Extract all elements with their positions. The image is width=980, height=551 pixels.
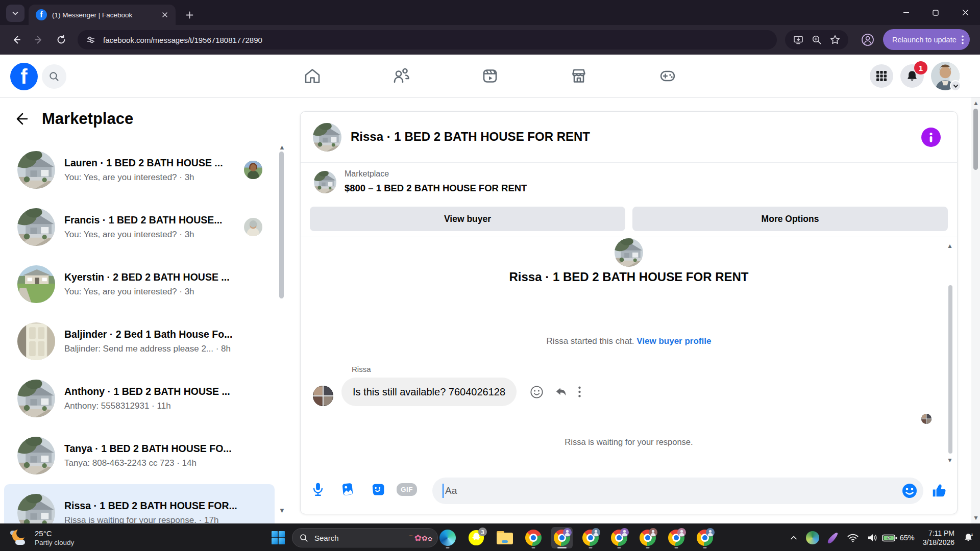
start-button[interactable] — [270, 529, 287, 546]
conversation-list-item[interactable]: Tanya · 1 BED 2 BATH HOUSE FO... Tanya: … — [4, 427, 275, 484]
buyer-mini-avatar — [244, 218, 262, 236]
message-input[interactable]: Aa — [432, 478, 923, 504]
conversation-info-button[interactable] — [921, 128, 941, 147]
chat-scrollbar-thumb[interactable] — [948, 285, 952, 454]
conversation-list-item[interactable]: Kyerstin · 2 BED 2 BATH HOUSE ... You: Y… — [4, 256, 275, 313]
site-info-icon[interactable] — [86, 35, 96, 45]
profile-avatar[interactable] — [931, 62, 960, 90]
install-app-icon[interactable] — [793, 34, 804, 45]
message-bubble[interactable]: Is this still available? 7604026128 — [341, 378, 517, 406]
conversation-preview: You: Yes, are you interested? · 3h — [64, 230, 244, 240]
listing-price-title: $800 – 1 BED 2 BATH HOUSE FOR RENT — [345, 183, 527, 194]
notifications-button[interactable]: 1 — [900, 64, 924, 88]
relaunch-button[interactable]: Relaunch to update — [883, 29, 970, 50]
more-options-button[interactable]: More Options — [632, 207, 948, 231]
sender-avatar[interactable] — [313, 386, 333, 406]
reply-icon[interactable] — [554, 385, 568, 399]
taskbar-app-chrome-profile[interactable] — [694, 527, 716, 548]
page-scroll-up-icon[interactable]: ▲ — [973, 99, 979, 107]
tab-title: (1) Messenger | Facebook — [52, 11, 159, 19]
gif-icon[interactable]: GIF — [397, 479, 417, 499]
notification-bell-icon[interactable]: z — [960, 524, 978, 551]
view-buyer-profile-link[interactable]: View buyer profile — [636, 336, 711, 346]
thumbs-up-icon[interactable] — [928, 480, 950, 501]
battery-status[interactable]: 65% — [882, 524, 915, 551]
voice-clip-icon[interactable] — [308, 479, 328, 499]
tray-chevron-up-icon[interactable] — [785, 524, 802, 551]
home-icon — [302, 66, 323, 86]
react-emoji-icon[interactable] — [530, 385, 544, 399]
view-buyer-button[interactable]: View buyer — [310, 207, 625, 231]
page-scrollbar[interactable]: ▲ ▼ — [971, 97, 980, 523]
nav-tab-gaming[interactable] — [639, 62, 696, 90]
composer: GIF Aa — [301, 472, 957, 514]
sidebar-scroll-down-icon[interactable]: ▼ — [279, 507, 285, 514]
nav-tab-marketplace[interactable] — [550, 62, 607, 90]
taskbar-app-chrome-profile[interactable] — [608, 527, 630, 548]
chat-listing-avatar[interactable] — [313, 123, 341, 152]
conversation-name: Rissa · 1 BED 2 BATH HOUSE FOR... — [64, 500, 270, 512]
bookmark-star-icon[interactable] — [829, 34, 841, 45]
download-manager-icon[interactable] — [802, 524, 823, 551]
volume-icon[interactable] — [863, 524, 882, 551]
taskbar-app-file-explorer[interactable] — [494, 527, 516, 548]
back-arrow-icon[interactable] — [13, 111, 29, 127]
reload-button[interactable] — [52, 31, 70, 49]
gif-label: GIF — [397, 483, 417, 496]
taskbar-app-chrome[interactable] — [523, 527, 544, 548]
nav-tab-home[interactable] — [284, 62, 341, 90]
facebook-logo[interactable]: f — [10, 63, 38, 90]
chrome-icon — [582, 530, 599, 546]
taskbar-app-chrome-profile[interactable] — [580, 527, 601, 548]
taskbar-app-snapchat[interactable]: 3 — [465, 527, 487, 548]
browser-menu-kebab-icon[interactable] — [962, 35, 964, 44]
browser-tab[interactable]: f (1) Messenger | Facebook — [29, 5, 176, 25]
address-bar[interactable]: facebook.com/messages/t/1956718081772890 — [78, 30, 777, 49]
conversation-intro-avatar[interactable] — [615, 238, 643, 267]
back-button[interactable] — [7, 31, 26, 49]
message-area: Rissa · 1 BED 2 BATH HOUSE FOR RENT Riss… — [301, 237, 957, 463]
sidebar-scroll-up-icon[interactable]: ▲ — [279, 143, 285, 151]
chat-scroll-up-icon[interactable]: ▲ — [947, 242, 953, 249]
clock-date: 3/18/2026 — [923, 538, 954, 547]
window-minimize-button[interactable] — [891, 0, 921, 25]
facebook-search-button[interactable] — [42, 64, 66, 89]
nav-tab-friends[interactable] — [373, 62, 430, 90]
url-text[interactable]: facebook.com/messages/t/1956718081772890 — [103, 36, 262, 44]
read-receipt-avatar — [921, 414, 932, 424]
new-tab-button[interactable] — [182, 7, 197, 22]
page-scroll-down-icon[interactable]: ▼ — [973, 514, 979, 521]
window-maximize-button[interactable] — [921, 0, 950, 25]
chat-scroll-down-icon[interactable]: ▼ — [947, 457, 953, 464]
conversation-list-item[interactable]: Baljinder · 2 Bed 1 Bath House Fo... Bal… — [4, 313, 275, 370]
forward-button[interactable] — [30, 31, 48, 49]
conversation-list-item[interactable]: Lauren · 1 BED 2 BATH HOUSE ... You: Yes… — [4, 141, 275, 198]
tab-search-button[interactable] — [6, 5, 24, 22]
apps-menu-button[interactable] — [870, 64, 893, 88]
message-more-icon[interactable] — [578, 386, 581, 397]
nav-tab-watch[interactable] — [461, 62, 519, 90]
weather-widget[interactable]: 25°C Partly cloudy — [5, 524, 78, 551]
wifi-icon[interactable] — [843, 524, 863, 551]
chat-title: Rissa · 1 BED 2 BATH HOUSE FOR RENT — [351, 130, 590, 144]
conversation-list-item[interactable]: Anthony · 1 BED 2 BATH HOUSE ... Anthony… — [4, 370, 275, 427]
taskbar-app-chrome-profile[interactable] — [637, 527, 658, 548]
page-scrollbar-thumb[interactable] — [973, 109, 978, 170]
conversation-list-item[interactable]: Francis · 1 BED 2 BATH HOUSE... You: Yes… — [4, 198, 275, 256]
attach-photo-icon[interactable] — [337, 479, 358, 499]
window-close-button[interactable] — [950, 0, 980, 25]
sticker-icon[interactable] — [367, 479, 387, 499]
feather-app-icon[interactable] — [823, 524, 843, 551]
battery-icon — [882, 534, 897, 542]
zoom-icon[interactable] — [811, 34, 822, 45]
taskbar-app-edge[interactable] — [437, 527, 458, 548]
clock[interactable]: 7:11 PM 3/18/2026 — [923, 529, 954, 547]
taskbar-app-chrome-profile[interactable] — [551, 527, 573, 548]
taskbar-app-chrome-profile[interactable] — [666, 527, 687, 548]
emoji-picker-icon[interactable] — [901, 482, 918, 499]
taskbar-search[interactable]: Search ⌒✿✿✿ — [292, 528, 438, 547]
sidebar-scrollbar-thumb[interactable] — [279, 152, 284, 298]
open-app-indicator — [446, 547, 450, 548]
browser-profile-icon[interactable] — [859, 31, 877, 49]
tab-close-icon[interactable] — [159, 9, 170, 20]
